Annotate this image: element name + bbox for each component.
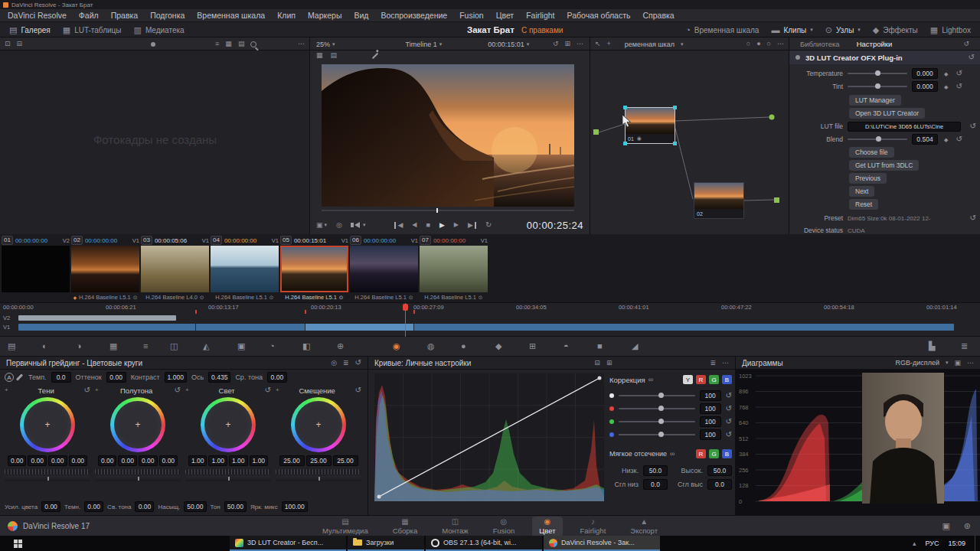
preset-reset-icon[interactable]: ↺ <box>970 214 976 222</box>
search-icon[interactable] <box>250 41 256 47</box>
magic-mask-icon[interactable]: ◍ <box>427 342 435 350</box>
node-more-icon[interactable]: ⋯ <box>777 41 784 47</box>
viewer-options-icon[interactable]: ⋯ <box>577 41 583 47</box>
taskbar-item-downloads[interactable]: Загрузки <box>348 536 424 551</box>
y-channel-value[interactable]: 100 <box>700 390 721 401</box>
thumb-size-slider[interactable] <box>151 42 155 47</box>
viewer-image[interactable] <box>322 64 574 207</box>
clip-thumbnail[interactable] <box>141 246 209 292</box>
clip-thumbnail[interactable] <box>71 246 139 292</box>
tray-expand-icon[interactable]: ▴ <box>913 540 916 547</box>
gamma-y-slider[interactable] <box>95 476 181 481</box>
scope-mode-select[interactable]: RGB-дисплей <box>896 359 939 367</box>
b-channel-slider[interactable] <box>619 434 695 435</box>
midtone-value[interactable]: 0.00 <box>267 372 287 383</box>
taskbar-item-obs[interactable]: OBS 27.1.3 (64-bit, wi... <box>426 536 542 551</box>
menu-trim[interactable]: Подгонка <box>144 11 191 20</box>
curve-graph[interactable] <box>374 373 604 501</box>
menu-file[interactable]: Файл <box>73 11 105 20</box>
shadows-value[interactable]: 0.00 <box>84 501 103 512</box>
rgb-mixer-icon[interactable]: ▦ <box>109 342 117 350</box>
jump-start-icon[interactable]: ◀ <box>394 222 403 229</box>
contrast-value[interactable]: 1.000 <box>165 372 187 383</box>
white-balance-picker-icon[interactable]: A <box>5 373 14 382</box>
temp-value[interactable]: 0.0 <box>51 372 71 383</box>
clip-card-07[interactable]: 0700:00:00:00V1 <box>420 236 488 292</box>
plugin-reset-icon[interactable]: ↺ <box>969 54 975 61</box>
g-channel-slider[interactable] <box>619 421 695 422</box>
soft-high-value[interactable]: 0.0 <box>707 479 732 490</box>
channel-g-button[interactable]: G <box>709 375 719 384</box>
offset-color-wheel[interactable]: + <box>291 397 346 452</box>
project-status[interactable]: С правками <box>521 26 563 34</box>
gallery-button[interactable]: ▤ Галерея <box>3 24 57 36</box>
low-value[interactable]: 50.0 <box>643 465 668 476</box>
offset-reset-icon[interactable]: ↺ <box>355 386 361 394</box>
info-icon[interactable]: ≣ <box>961 342 968 350</box>
r-channel-reset-icon[interactable]: ↺ <box>726 405 732 412</box>
sort-icon[interactable]: ≡ <box>215 41 219 47</box>
scopes-icon[interactable]: ▙ <box>929 342 935 350</box>
viewer-zoom-select[interactable]: 25% <box>316 41 330 48</box>
blend-keyframe-icon[interactable]: ◆ <box>944 137 948 142</box>
tab-settings[interactable]: Настройки <box>857 40 893 48</box>
pointer-tool-icon[interactable]: ↖ <box>595 41 601 47</box>
soft-clip-link-icon[interactable]: ∞ <box>670 451 675 458</box>
channel-b-button[interactable]: B <box>722 375 732 384</box>
blend-value[interactable]: 0.504 <box>912 134 938 145</box>
taskbar-item-resolve-active[interactable]: DaVinci Resolve - Зак... <box>544 536 660 551</box>
timeline-toggle-button[interactable]: ◔ Временная шкала <box>679 24 765 36</box>
soft-clip-b-button[interactable]: B <box>722 449 732 458</box>
clips-caret-icon[interactable]: ▾ <box>810 27 813 33</box>
offset-g-value[interactable]: 25.00 <box>306 455 332 466</box>
menu-markers[interactable]: Маркеры <box>302 11 348 20</box>
preset-value[interactable]: Dim65 Size:0k 08-01-2022 12- <box>848 215 931 222</box>
viewer-zoom-caret-icon[interactable]: ▾ <box>332 41 335 47</box>
clip-thumbnail[interactable] <box>280 246 348 292</box>
list-view-icon[interactable]: ▤ <box>238 41 245 47</box>
show-desktop-button[interactable] <box>975 536 977 551</box>
hue-rotate-value[interactable]: 50.00 <box>224 501 247 512</box>
still-albums-icon[interactable]: ⊡ <box>5 41 11 47</box>
tint-value[interactable]: 0.000 <box>912 81 938 92</box>
gamma-master-slider[interactable] <box>95 469 181 474</box>
r-channel-slider[interactable] <box>619 408 695 409</box>
lightbox-button[interactable]: ▦ Lightbox <box>924 24 977 36</box>
wheels-layout-icon[interactable]: ≣ <box>343 360 349 367</box>
y-channel-reset-icon[interactable]: ↺ <box>726 392 732 399</box>
gamma-y-value[interactable]: 0.00 <box>159 455 178 466</box>
clip-card-02[interactable]: 0200:00:00:00V1 <box>71 236 139 292</box>
lut-file-reset-icon[interactable]: ↺ <box>970 122 976 130</box>
marker-tick[interactable] <box>195 310 197 314</box>
menu-edit[interactable]: Правка <box>105 11 144 20</box>
channel-y-button[interactable]: Y <box>683 375 693 384</box>
temperature-value[interactable]: 0.000 <box>912 68 938 79</box>
prev-frame-icon[interactable]: ◀ <box>412 222 416 228</box>
gamma-reset-icon[interactable]: ↺ <box>175 386 181 394</box>
curves-more-icon[interactable]: ⋯ <box>722 360 729 367</box>
power-window-icon[interactable]: ◧ <box>302 342 310 350</box>
audio-mute-icon[interactable] <box>354 222 360 228</box>
scope-expand-icon[interactable]: ▣ <box>954 360 961 367</box>
lut-file-value[interactable]: D:\LUT\Cine 3D65 6LUTs\Cine <box>848 122 961 132</box>
camera-raw-icon[interactable]: ▤ <box>8 342 15 350</box>
clock[interactable]: 15:09 <box>948 540 965 547</box>
previous-button[interactable]: Previous <box>849 173 887 184</box>
lift-g-value[interactable]: 0.00 <box>28 455 47 466</box>
magic-wand-icon[interactable] <box>372 52 378 58</box>
track-v1-clips[interactable] <box>18 324 954 331</box>
gang-link-icon[interactable]: ∞ <box>648 377 653 383</box>
color-match-icon[interactable]: ◐ <box>42 342 47 350</box>
b-channel-value[interactable]: 100 <box>700 429 721 440</box>
grid-view-icon[interactable]: ▦ <box>225 41 232 47</box>
grab-still-icon[interactable]: ▣ <box>316 222 323 229</box>
project-manager-icon[interactable]: ▣ <box>942 522 949 530</box>
nodes-caret-icon[interactable]: ▾ <box>858 27 861 33</box>
gain-g-value[interactable]: 1.00 <box>208 455 227 466</box>
menu-clip[interactable]: Клип <box>271 11 302 20</box>
curves-mode-a-icon[interactable]: ⊟ <box>594 360 600 367</box>
page-tab-fusion[interactable]: ◎Fusion <box>486 517 522 536</box>
menu-davinci-resolve[interactable]: DaVinci Resolve <box>2 11 73 20</box>
bypass-grade-icon[interactable]: ◎ <box>336 222 342 229</box>
page-tab-fairlight[interactable]: ♪Fairlight <box>573 517 613 536</box>
